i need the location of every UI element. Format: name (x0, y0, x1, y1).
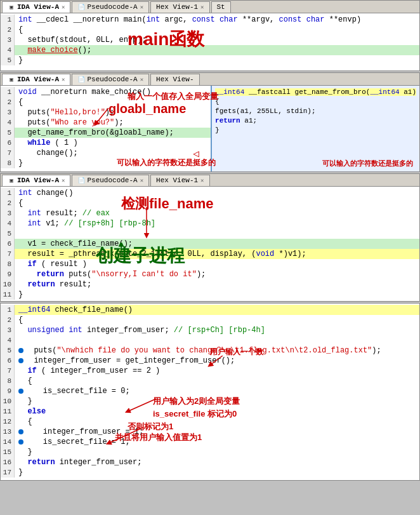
pseudo-icon-2: 📄 (77, 76, 85, 83)
tab-st-1[interactable]: St (211, 1, 231, 13)
tab-ida-view-1[interactable]: ▣ IDA View-A ✕ (2, 1, 70, 13)
tab-close-3a[interactable]: ✕ (62, 177, 65, 184)
tab-bar-2: ▣ IDA View-A ✕ 📄 Pseudocode-A ✕ Hex View… (1, 73, 419, 86)
pseudo-icon-1: 📄 (77, 3, 85, 11)
code-line-4-13: 13 integer_from_user = 1; (1, 427, 419, 437)
annotation-create-process: 创建子进程 (96, 244, 185, 268)
annotation-is-secret-0: is_secret_file 标记为0 (153, 408, 237, 420)
tab-close-3c[interactable]: ✕ (200, 177, 204, 184)
code-line-4-7: 7 if ( integer_from_user == 2 ) (1, 366, 419, 376)
code-line-4-17: 17 } (1, 467, 419, 478)
code-line-4-8: 8 { (1, 376, 419, 386)
code-line-3-8: 8 if ( result ) (1, 259, 419, 269)
code-line-4-9: 9 is_secret_file = 0; (1, 386, 419, 396)
code-line-4-2: 2 { (1, 315, 419, 325)
tab-close-2b[interactable]: ✕ (140, 76, 143, 83)
tab-ida-3[interactable]: ▣ IDA View-A ✕ (2, 175, 70, 186)
code-line-1-4: 4 make_choice(); (1, 45, 419, 55)
annotation-input-var: 输入一个值存入全局变量 (128, 91, 218, 102)
ann-chars: 可以输入的字符数还是挺多的 (117, 157, 216, 168)
tab-bar-3: ▣ IDA View-A ✕ 📄 Pseudocode-A ✕ Hex View… (1, 174, 419, 187)
side-line-4: return a1; (215, 116, 416, 126)
code-line-1-1: 1 int __cdecl __noreturn main(int argc, … (1, 15, 419, 25)
code-line-3-4: 4 int v1; // [rsp+8h] [rbp-8h] (1, 218, 419, 229)
tab-ida-2[interactable]: ▣ IDA View-A ✕ (2, 74, 70, 85)
tab-pseudo-1[interactable]: 📄 Pseudocode-A ✕ (72, 1, 149, 13)
tab-pseudo-2[interactable]: 📄 Pseudocode-A ✕ (72, 74, 149, 85)
tab-close-3b[interactable]: ✕ (140, 177, 143, 184)
tab-close-1[interactable]: ✕ (62, 4, 65, 11)
code-area-4: 1 __int64 check_file_name() 2 { 3 unsign… (1, 304, 419, 479)
panel-make-choice: ▣ IDA View-A ✕ 📄 Pseudocode-A ✕ Hex View… (0, 72, 420, 172)
ida-icon-3: ▣ (8, 177, 15, 184)
panel-main: ▣ IDA View-A ✕ 📄 Pseudocode-A ✕ Hex View… (0, 0, 420, 71)
panel-check-file: 1 __int64 check_file_name() 2 { 3 unsign… (0, 303, 420, 481)
annotation-set-to-1: 并且将用户输入值置为1 (115, 432, 202, 443)
code-line-1-5: 5 } (1, 55, 419, 65)
panel-change: ▣ IDA View-A ✕ 📄 Pseudocode-A ✕ Hex View… (0, 173, 420, 302)
side-close-bracket: } (215, 126, 416, 135)
code-line-3-10: 10 return result; (1, 279, 419, 290)
code-line-3-9: 9 return puts("\nsorry,I can't do it"); (1, 269, 419, 279)
annotation-check-filename: 检测file_name (121, 194, 214, 213)
tab-close-h1[interactable]: ✕ (200, 4, 204, 11)
annotation-gloabl-name: gloabl_name (108, 102, 186, 116)
code-line-4-16: 16 return integer_from_user; (1, 457, 419, 467)
code-line-2-4: 4 puts("Who are you?"); (1, 117, 211, 128)
code-line-2-5: 5 get_name_from_bro(&gloabl_name); (1, 128, 211, 138)
tab-pseudo-3[interactable]: 📄 Pseudocode-A ✕ (72, 175, 149, 186)
ida-icon-2: ▣ (8, 76, 15, 83)
side-line-3: fgets(a1, 255LL, stdin); (215, 107, 416, 116)
code-line-4-1: 1 __int64 check_file_name() (1, 305, 419, 315)
code-line-4-14: 14 is_secret_file = 1; (1, 437, 419, 447)
side-line-2: { (215, 97, 416, 107)
annotation-else-mark1: 否则标记为1 (128, 421, 173, 432)
code-line-4-4: 4 (1, 335, 419, 345)
annotation-if2-global: 用户输入为2则全局变量 (153, 396, 240, 407)
tab-bar-1: ▣ IDA View-A ✕ 📄 Pseudocode-A ✕ Hex View… (1, 1, 419, 13)
ida-icon-1: ▣ (8, 3, 15, 11)
tab-close-2a[interactable]: ✕ (62, 76, 65, 83)
ann-chars-2: 可以输入的字符数还是挺多的 (322, 159, 413, 168)
code-line-2-6: 6 while ( 1 ) (1, 138, 211, 148)
code-line-4-3: 3 unsigned int integer_from_user; // [rs… (1, 325, 419, 335)
annotation-user-input-num: 用户输入一个数 (210, 347, 263, 358)
side-line-1: __int64 __fastcall get_name_from_bro(__i… (215, 88, 416, 97)
tab-hex-1[interactable]: Hex View-1 ✕ (150, 1, 209, 13)
tab-hex-3[interactable]: Hex View-1 ✕ (150, 175, 209, 186)
code-line-1-2: 2 { (1, 25, 419, 35)
code-area-1: 1 int __cdecl __noreturn main(int argc, … (1, 13, 419, 70)
tab-close-p1[interactable]: ✕ (140, 4, 143, 11)
tab-hex-2[interactable]: Hex View- (150, 74, 199, 85)
code-line-2-7: 7 change(); (1, 148, 211, 158)
code-line-3-5: 5 (1, 229, 419, 239)
code-line-3-11: 11 } (1, 290, 419, 300)
pseudo-icon-3: 📄 (77, 177, 85, 184)
code-line-4-15: 15 } (1, 447, 419, 457)
code-line-3-7: 7 result = _pthread_kreate_2_1(&tid, 0LL… (1, 249, 419, 259)
code-line-1-3: 3 setbuf(stdout, 0LL, envp); (1, 35, 419, 45)
code-line-3-6: 6 v1 = check_file_name(); (1, 239, 419, 249)
